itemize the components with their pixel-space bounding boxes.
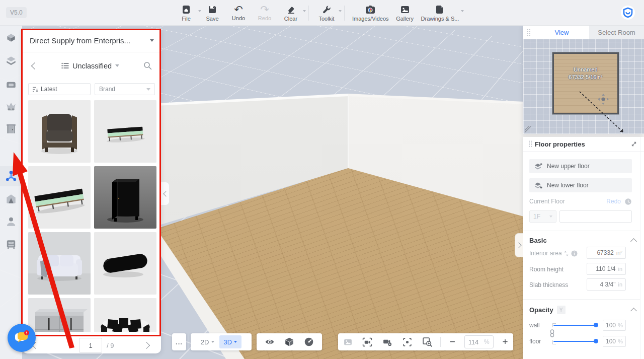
- panel-title: Floor properties: [535, 140, 631, 148]
- file-button[interactable]: File: [173, 2, 199, 24]
- toolkit-dropdown-caret[interactable]: [339, 10, 342, 12]
- redo-link[interactable]: Redo: [606, 198, 621, 205]
- solid-view-cube-button[interactable]: [283, 335, 296, 348]
- mode-3d-button[interactable]: 3D: [219, 335, 242, 348]
- performance-gauge-button[interactable]: [302, 335, 315, 348]
- collapse-basic-icon[interactable]: [630, 238, 637, 245]
- category-selector[interactable]: Unclassified: [37, 62, 143, 70]
- product-thumb-mint-bench-small[interactable]: [94, 100, 156, 163]
- drawings-dropdown-caret[interactable]: [461, 10, 464, 12]
- wall-slider-track: [553, 325, 596, 326]
- sidebar-item-vip[interactable]: v: [0, 96, 22, 116]
- product-thumb-dark-armchair[interactable]: [28, 100, 91, 163]
- floor-name-input[interactable]: [559, 210, 632, 223]
- product-thumb-mint-bench-long[interactable]: [28, 166, 91, 229]
- drawings-schedules-button[interactable]: Drawings & S...: [418, 2, 462, 24]
- clear-dropdown-caret[interactable]: [303, 10, 306, 12]
- sidebar-item-home-design[interactable]: [0, 28, 22, 48]
- zoom-region-button[interactable]: [421, 335, 434, 348]
- brand-select[interactable]: Brand: [95, 83, 155, 95]
- tab-view[interactable]: View: [534, 25, 589, 39]
- collapse-opacity-icon[interactable]: [630, 308, 637, 314]
- drag-handle-icon[interactable]: [528, 140, 532, 148]
- search-icon[interactable]: [143, 61, 152, 70]
- sidebar-item-furniture[interactable]: [0, 74, 22, 94]
- gauge-icon: [304, 337, 314, 347]
- wall-slider-knob[interactable]: [594, 323, 598, 327]
- save-button[interactable]: Save: [199, 2, 225, 24]
- chevron-right-icon: [516, 242, 521, 248]
- undo-button[interactable]: ↶ Undo: [225, 2, 252, 24]
- layer-add-up-icon: [534, 163, 543, 170]
- redo-button[interactable]: ↷ Redo: [252, 2, 278, 24]
- page-next-icon[interactable]: [143, 342, 150, 349]
- minimap-room[interactable]: Unnamed 67332 5/16in²: [552, 52, 619, 114]
- account-shield-button[interactable]: [621, 6, 635, 20]
- video-settings-button[interactable]: [381, 335, 394, 348]
- 3d-model-icon: [5, 170, 18, 183]
- new-lower-floor-button[interactable]: New lower floor: [529, 178, 632, 192]
- sidebar-item-floor-levels[interactable]: [0, 51, 22, 71]
- product-thumb-black-bolster[interactable]: [94, 232, 156, 295]
- floor-slider-knob[interactable]: [594, 339, 598, 343]
- floor-opacity-field[interactable]: 100 %: [603, 336, 626, 347]
- product-thumb-black-white-sofa[interactable]: [94, 298, 156, 332]
- basic-title: Basic: [529, 237, 547, 244]
- zoom-out-button[interactable]: −: [447, 337, 457, 347]
- more-tools-button[interactable]: ...: [172, 333, 186, 350]
- tab-select-room[interactable]: Select Room: [589, 25, 644, 39]
- sidebar-item-render[interactable]: [0, 189, 22, 209]
- floor-opacity-slider[interactable]: [553, 335, 600, 347]
- images-videos-button[interactable]: Images/Videos: [349, 2, 392, 24]
- sidebar-item-storage[interactable]: [0, 234, 22, 254]
- opacity-title: Opacity: [529, 306, 553, 314]
- focus-target-button[interactable]: [400, 335, 414, 348]
- zoom-in-button[interactable]: +: [500, 337, 510, 347]
- room-height-field[interactable]: 110 1/4 in: [587, 263, 626, 275]
- interior-area-field[interactable]: 67332 in²: [587, 247, 626, 259]
- zoom-level-field[interactable]: 114 %: [464, 335, 494, 348]
- record-video-button[interactable]: [361, 335, 374, 348]
- minimap-resize-handle[interactable]: [524, 126, 531, 133]
- floor-select[interactable]: 1F: [529, 210, 556, 223]
- minimap-pan-control[interactable]: [596, 92, 611, 107]
- history-clock-icon[interactable]: [624, 198, 632, 205]
- floor-opacity-label: floor: [529, 338, 546, 345]
- wall-opacity-field[interactable]: 100 %: [603, 320, 626, 331]
- sidebar-item-doors[interactable]: [0, 119, 22, 139]
- visibility-eye-button[interactable]: [263, 335, 276, 348]
- toolkit-button[interactable]: Toolkit: [313, 2, 340, 24]
- sidebar-item-3d-model[interactable]: [0, 166, 22, 186]
- floor-select-value: 1F: [533, 213, 549, 220]
- file-label: File: [182, 16, 191, 22]
- camera-icon: [365, 5, 376, 15]
- catalog-collapse-handle[interactable]: [161, 182, 170, 205]
- page-number-input[interactable]: [79, 338, 102, 353]
- mode-3d-caret: [234, 341, 237, 343]
- swap-arrows-icon[interactable]: [564, 251, 569, 256]
- slab-thickness-field[interactable]: 4 3/4" in: [587, 278, 626, 291]
- sort-select[interactable]: Latest: [28, 83, 91, 95]
- section-divider: [523, 299, 640, 300]
- sidebar-item-account[interactable]: [0, 211, 22, 232]
- product-thumb-white-fabric-sofa[interactable]: [28, 232, 91, 295]
- product-thumb-grey-dresser[interactable]: [28, 298, 91, 332]
- version-badge: V5.0: [6, 7, 27, 18]
- supplier-selector[interactable]: Direct Supply from Enterpris...: [22, 29, 161, 52]
- right-panel-expand-handle[interactable]: [515, 233, 523, 257]
- support-chat-button[interactable]: [8, 324, 36, 352]
- floorplan-minimap[interactable]: Unnamed 67332 5/16in²: [523, 39, 644, 134]
- info-icon[interactable]: [571, 250, 578, 257]
- product-thumb-black-wardrobe[interactable]: [94, 166, 156, 229]
- wall-opacity-unit: %: [618, 322, 623, 328]
- floor-properties-panel: Floor properties New upper floor New low…: [523, 137, 644, 359]
- clear-button[interactable]: Clear: [278, 2, 304, 24]
- drag-handle-icon[interactable]: [523, 25, 534, 39]
- expand-panel-icon[interactable]: [631, 141, 637, 147]
- new-upper-floor-button[interactable]: New upper floor: [529, 159, 632, 173]
- mode-2d-button[interactable]: 2D: [201, 338, 214, 346]
- snapshot-image-button[interactable]: [341, 335, 354, 348]
- wall-opacity-slider[interactable]: [553, 319, 600, 331]
- drawings-label: Drawings & S...: [421, 16, 459, 22]
- gallery-button[interactable]: Gallery: [392, 2, 418, 24]
